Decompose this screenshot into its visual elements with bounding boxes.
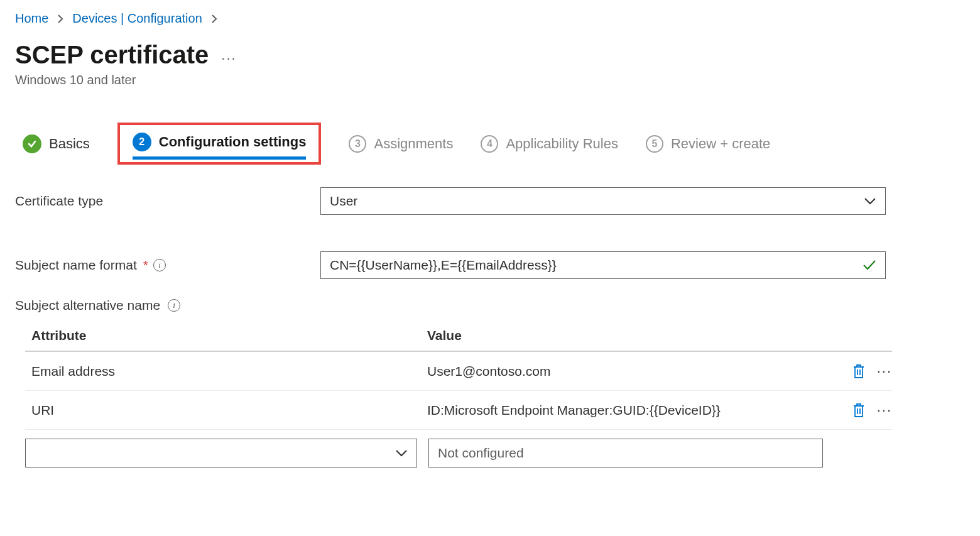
valid-checkmark-icon <box>863 260 876 271</box>
checkmark-icon <box>23 134 41 153</box>
step-label: Basics <box>49 136 90 152</box>
wizard-steps: Basics 2 Configuration settings 3 Assign… <box>23 123 965 165</box>
breadcrumb-home[interactable]: Home <box>15 11 48 26</box>
step-number-icon: 5 <box>646 135 663 153</box>
certificate-type-label: Certificate type <box>15 194 320 209</box>
info-icon[interactable]: i <box>153 259 166 271</box>
table-row: URI ID:Microsoft Endpoint Manager:GUID:{… <box>25 391 892 430</box>
input-value: CN={{UserName}},E={{EmailAddress}} <box>330 258 557 273</box>
subject-name-format-input[interactable]: CN={{UserName}},E={{EmailAddress}} <box>320 251 886 279</box>
delete-row-button[interactable] <box>852 403 866 418</box>
col-value: Value <box>427 328 823 343</box>
page-title: SCEP certificate <box>15 41 209 69</box>
field-subject-name-format: Subject name format * i CN={{UserName}},… <box>15 251 965 279</box>
page-subtitle: Windows 10 and later <box>15 73 965 87</box>
step-applicability-rules[interactable]: 4 Applicability Rules <box>481 135 618 153</box>
add-san-row: Not configured <box>25 439 892 468</box>
row-attribute: URI <box>25 403 427 418</box>
step-number-icon: 3 <box>349 135 366 153</box>
row-more-button[interactable]: ··· <box>877 402 892 418</box>
step-number-icon: 4 <box>481 135 498 153</box>
row-value: ID:Microsoft Endpoint Manager:GUID:{{Dev… <box>427 403 823 418</box>
subject-name-format-label: Subject name format * i <box>15 258 320 273</box>
chevron-right-icon <box>57 14 63 23</box>
label-text: Subject name format <box>15 258 137 273</box>
input-placeholder: Not configured <box>438 446 524 461</box>
chevron-right-icon <box>211 14 217 23</box>
label-text: Subject alternative name <box>15 298 160 313</box>
certificate-type-select[interactable]: User <box>320 187 886 215</box>
chevron-down-icon <box>395 449 408 457</box>
breadcrumb: Home Devices | Configuration <box>15 11 965 26</box>
step-configuration-settings[interactable]: 2 Configuration settings <box>133 133 307 160</box>
delete-row-button[interactable] <box>852 364 866 379</box>
row-more-button[interactable]: ··· <box>877 363 892 380</box>
field-certificate-type: Certificate type User <box>15 187 965 215</box>
new-value-input[interactable]: Not configured <box>428 439 823 468</box>
col-attribute: Attribute <box>25 328 427 343</box>
row-attribute: Email address <box>25 364 427 379</box>
step-label: Applicability Rules <box>506 136 618 152</box>
info-icon[interactable]: i <box>168 299 180 312</box>
table-header: Attribute Value <box>25 328 892 352</box>
more-actions-button[interactable]: ··· <box>221 50 236 67</box>
page-header: SCEP certificate ··· <box>15 41 965 69</box>
step-basics[interactable]: Basics <box>23 134 90 153</box>
select-value: User <box>330 194 357 209</box>
required-indicator: * <box>143 258 148 273</box>
step-number-icon: 2 <box>133 133 151 151</box>
subject-alternative-name-label: Subject alternative name i <box>15 298 965 313</box>
step-review-create[interactable]: 5 Review + create <box>646 135 770 153</box>
step-label: Assignments <box>374 136 453 152</box>
table-row: Email address User1@contoso.com ··· <box>25 352 892 391</box>
chevron-down-icon <box>864 197 876 205</box>
san-table: Attribute Value Email address User1@cont… <box>25 328 892 468</box>
step-configuration-highlight: 2 Configuration settings <box>117 123 322 165</box>
breadcrumb-devices[interactable]: Devices | Configuration <box>72 11 202 26</box>
step-label: Review + create <box>671 136 770 152</box>
new-attribute-select[interactable] <box>25 439 417 468</box>
row-value: User1@contoso.com <box>427 364 823 379</box>
step-label: Configuration settings <box>159 134 307 150</box>
step-assignments[interactable]: 3 Assignments <box>349 135 453 153</box>
